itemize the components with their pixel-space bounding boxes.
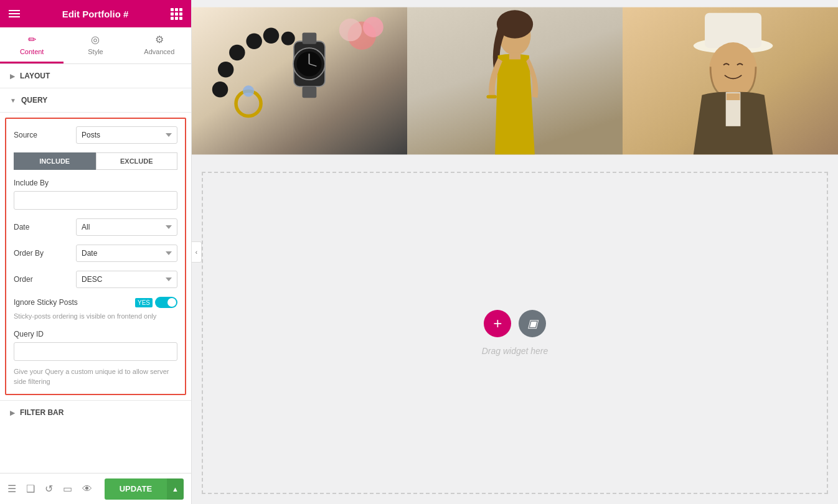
folder-button[interactable]: ▣ <box>519 310 546 337</box>
add-icon: + <box>493 315 502 332</box>
tab-content[interactable]: ✏ Content <box>0 27 64 63</box>
collapse-sidebar-button[interactable]: ‹ <box>192 241 202 263</box>
query-section: Source Posts Pages Custom INCLUDE EXCLUD… <box>5 118 186 395</box>
tab-advanced[interactable]: ⚙ Advanced <box>128 27 191 63</box>
layout-arrow-icon: ▶ <box>10 73 15 80</box>
main-content: ‹ + ▣ Drag widget here <box>192 0 838 504</box>
sidebar-header: Edit Portfolio # <box>0 0 191 27</box>
sidebar: Edit Portfolio # ✏ Content ◎ Style ⚙ Adv… <box>0 0 192 504</box>
tab-style[interactable]: ◎ Style <box>64 27 127 63</box>
update-button[interactable]: UPDATE <box>105 478 167 500</box>
tab-advanced-label: Advanced <box>144 48 174 55</box>
query-id-label: Query ID <box>14 330 177 338</box>
include-button[interactable]: INCLUDE <box>14 152 96 170</box>
svg-point-17 <box>363 17 384 37</box>
hamburger-bottom-icon[interactable]: ☰ <box>7 483 16 495</box>
exclude-button[interactable]: EXCLUDE <box>96 152 178 170</box>
responsive-icon[interactable]: ▭ <box>63 483 72 495</box>
tabs: ✏ Content ◎ Style ⚙ Advanced <box>0 27 191 64</box>
portfolio-images <box>192 0 838 162</box>
svg-rect-22 <box>486 95 496 98</box>
svg-rect-3 <box>303 86 317 98</box>
include-by-section: Include By <box>14 179 177 218</box>
query-arrow-icon: ▼ <box>10 97 16 104</box>
source-row: Source Posts Pages Custom <box>14 126 177 144</box>
sidebar-content: ▶ Layout ▼ Query Source Posts Pages Cust… <box>0 64 191 473</box>
toggle-track[interactable] <box>155 297 177 308</box>
tab-content-label: Content <box>20 48 44 55</box>
order-row: Order DESC ASC <box>14 271 177 288</box>
layout-section-header[interactable]: ▶ Layout <box>0 64 191 88</box>
source-control: Posts Pages Custom <box>76 126 177 144</box>
bottom-bar: ☰ ❑ ↺ ▭ 👁 UPDATE ▲ <box>0 473 191 504</box>
date-label: Date <box>14 223 76 231</box>
filter-bar-header[interactable]: ▶ Filter Bar <box>0 400 191 424</box>
style-icon: ◎ <box>91 34 100 45</box>
hamburger-icon[interactable] <box>9 10 20 17</box>
source-select[interactable]: Posts Pages Custom <box>76 126 177 144</box>
order-select[interactable]: DESC ASC <box>76 271 177 288</box>
order-by-row: Order By Date Title ID Random <box>14 245 177 262</box>
source-label: Source <box>14 131 76 139</box>
folder-icon: ▣ <box>527 317 538 330</box>
date-row: Date All Today This Week This Month <box>14 218 177 236</box>
advanced-icon: ⚙ <box>155 34 164 45</box>
tab-style-label: Style <box>88 48 103 55</box>
sticky-helper-text: Sticky-posts ordering is visible on fron… <box>14 312 177 321</box>
preview-icon[interactable]: 👁 <box>82 483 92 495</box>
sticky-posts-row: Ignore Sticky Posts YES <box>14 297 177 308</box>
svg-rect-29 <box>727 93 740 100</box>
query-id-section: Query ID Give your Query a custom unique… <box>14 330 177 386</box>
page-title: Edit Portfolio # <box>62 9 129 19</box>
drag-widget-area: + ▣ Drag widget here <box>202 172 828 494</box>
bottom-icons: ☰ ❑ ↺ ▭ 👁 <box>7 483 92 495</box>
filter-bar-arrow-icon: ▶ <box>10 409 15 416</box>
svg-point-18 <box>339 19 362 41</box>
svg-point-15 <box>243 85 254 96</box>
toggle-thumb <box>167 298 176 307</box>
svg-point-27 <box>709 42 756 96</box>
toggle-yes-label: YES <box>135 298 153 307</box>
svg-point-10 <box>263 27 279 43</box>
history-icon[interactable]: ↺ <box>45 483 53 495</box>
date-select[interactable]: All Today This Week This Month <box>76 218 177 236</box>
svg-point-11 <box>281 32 295 45</box>
drag-icons: + ▣ <box>484 310 546 337</box>
update-dropdown-button[interactable]: ▲ <box>167 478 184 500</box>
order-by-control: Date Title ID Random <box>76 245 177 262</box>
update-btn-group: UPDATE ▲ <box>105 478 184 500</box>
add-widget-button[interactable]: + <box>484 310 511 337</box>
query-id-input[interactable] <box>14 342 177 361</box>
order-control: DESC ASC <box>76 271 177 288</box>
svg-point-8 <box>229 45 245 60</box>
grid-icon[interactable] <box>171 8 182 20</box>
svg-point-12 <box>218 62 233 77</box>
svg-rect-23 <box>509 52 520 59</box>
query-id-helper: Give your Query a custom unique id to al… <box>14 367 177 386</box>
query-section-label: Query <box>21 96 47 105</box>
date-control: All Today This Week This Month <box>76 218 177 236</box>
svg-point-13 <box>212 82 228 97</box>
content-icon: ✏ <box>28 34 36 45</box>
svg-point-9 <box>246 34 261 49</box>
query-section-header[interactable]: ▼ Query <box>0 88 191 113</box>
include-by-input[interactable] <box>14 191 177 210</box>
svg-rect-2 <box>303 33 317 44</box>
order-label: Order <box>14 275 76 284</box>
portfolio-image-portrait <box>623 0 838 162</box>
sticky-toggle[interactable]: YES <box>135 297 177 308</box>
include-by-label: Include By <box>14 179 177 187</box>
layers-icon[interactable]: ❑ <box>26 483 35 495</box>
portfolio-image-jewelry <box>192 0 407 162</box>
portfolio-image-fashion <box>407 0 623 162</box>
layout-section-label: Layout <box>20 72 50 80</box>
include-exclude-row: INCLUDE EXCLUDE <box>14 152 177 170</box>
filter-bar-label: Filter Bar <box>20 408 64 417</box>
order-by-label: Order By <box>14 249 76 258</box>
drag-text: Drag widget here <box>482 346 548 356</box>
sticky-posts-label: Ignore Sticky Posts <box>14 298 135 307</box>
order-by-select[interactable]: Date Title ID Random <box>76 245 177 262</box>
